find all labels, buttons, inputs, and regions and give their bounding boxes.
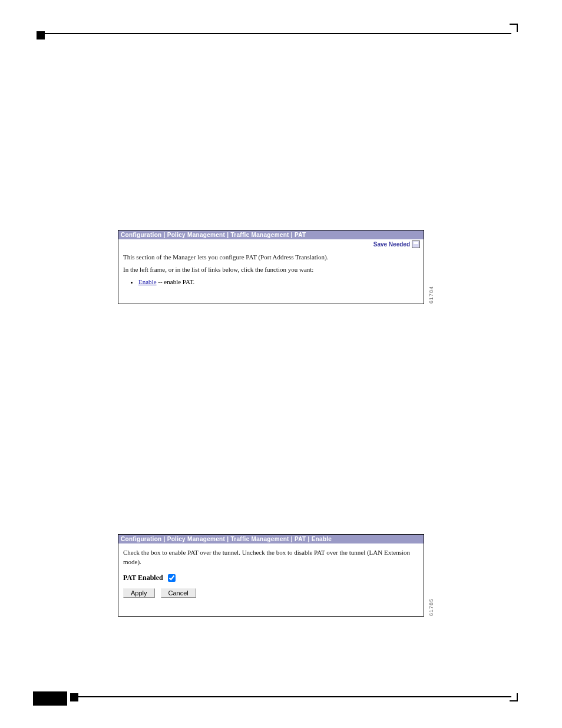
enable-link-desc: -- enable PAT. bbox=[157, 278, 195, 285]
floppy-disk-icon[interactable] bbox=[412, 241, 420, 248]
breadcrumb: Configuration | Policy Management | Traf… bbox=[118, 535, 424, 543]
apply-button[interactable]: Apply bbox=[123, 588, 155, 598]
figure-id-label: 61785 bbox=[428, 598, 434, 616]
pat-overview-panel: Configuration | Policy Management | Traf… bbox=[118, 230, 424, 304]
intro-text-1: This section of the Manager lets you con… bbox=[118, 249, 424, 262]
header-rule bbox=[45, 33, 511, 34]
crop-mark-bottom-right bbox=[510, 693, 518, 701]
footer-block bbox=[33, 691, 67, 706]
pat-enabled-checkbox[interactable] bbox=[168, 574, 176, 582]
enable-link[interactable]: Enable bbox=[138, 278, 157, 285]
pat-enable-panel: Configuration | Policy Management | Traf… bbox=[118, 534, 424, 617]
crop-mark-top-right bbox=[510, 24, 518, 32]
figure-id-label: 61784 bbox=[428, 286, 434, 304]
enable-help-text: Check the box to enable PAT over the tun… bbox=[118, 543, 424, 572]
cancel-button[interactable]: Cancel bbox=[161, 588, 196, 598]
footer-square-icon bbox=[70, 693, 78, 701]
save-row: Save Needed bbox=[118, 239, 424, 249]
checkbox-row: PAT Enabled bbox=[118, 572, 424, 584]
function-list: Enable -- enable PAT. bbox=[118, 278, 424, 285]
header-square-icon bbox=[37, 31, 45, 39]
list-item: Enable -- enable PAT. bbox=[138, 278, 424, 285]
pat-enabled-label: PAT Enabled bbox=[118, 574, 163, 582]
footer-rule bbox=[78, 696, 511, 697]
intro-text-2: In the left frame, or in the list of lin… bbox=[118, 262, 424, 274]
save-needed-link[interactable]: Save Needed bbox=[373, 241, 410, 248]
button-row: Apply Cancel bbox=[118, 584, 424, 601]
breadcrumb: Configuration | Policy Management | Traf… bbox=[118, 230, 424, 239]
